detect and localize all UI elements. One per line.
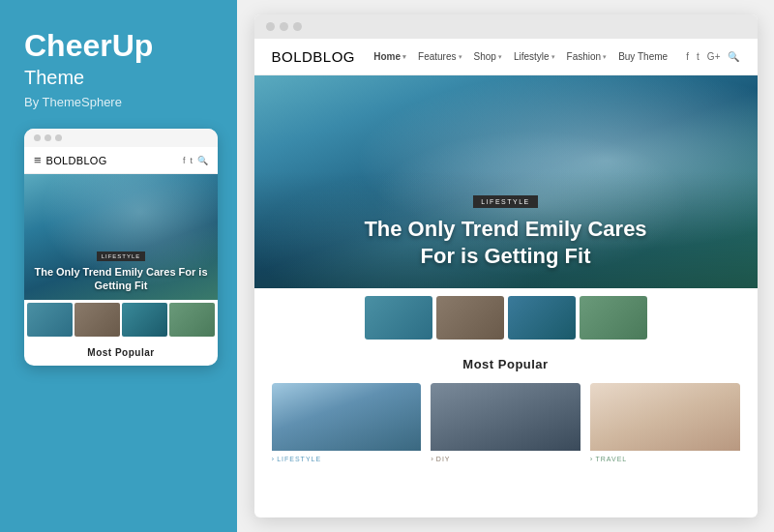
desktop-card-3: › TRAVEL [590, 383, 740, 465]
desktop-card-2: › DIY [431, 383, 580, 465]
mobile-mockup: ≡ BOLDBLOG f t 🔍 LIFESTYLE The Only Tren… [24, 129, 218, 366]
mobile-nav-left: ≡ BOLDBLOG [34, 153, 107, 167]
mobile-most-popular: Most Popular [24, 340, 218, 366]
card-image-1 [272, 383, 422, 451]
card-tag-label-1: LIFESTYLE [277, 456, 321, 462]
desktop-thumb-1 [365, 296, 432, 340]
nav-fashion[interactable]: Fashion ▾ [567, 51, 608, 62]
mobile-hero: LIFESTYLE The Only Trend Emily Cares For… [24, 174, 218, 300]
app-subtitle: Theme [24, 67, 213, 89]
desktop-thumb-2 [436, 296, 504, 340]
mobile-thumb-4 [169, 303, 215, 337]
desktop-thumb-4 [580, 296, 647, 340]
desktop-top-bar [254, 15, 758, 39]
desktop-twitter-icon: t [697, 51, 700, 62]
app-by: By ThemeSphere [24, 95, 213, 109]
desktop-hero: LIFESTYLE The Only Trend Emily Cares For… [254, 75, 758, 288]
desktop-cards: › LIFESTYLE › DIY › TRAVEL [254, 377, 758, 471]
mobile-nav-right: f t 🔍 [183, 156, 208, 165]
mobile-top-bar [24, 129, 218, 147]
desktop-dot-1 [266, 22, 275, 31]
nav-shop[interactable]: Shop ▾ [474, 51, 502, 62]
card-tag-label-3: TRAVEL [596, 456, 628, 462]
mobile-logo: BOLDBLOG [46, 155, 107, 166]
desktop-lifestyle-badge: LIFESTYLE [473, 195, 537, 208]
nav-buy-theme[interactable]: Buy Theme [618, 51, 668, 62]
desktop-mockup: BOLDBLOG Home ▾ Features ▾ Shop ▾ Lifest… [254, 15, 758, 517]
desktop-facebook-icon: f [686, 51, 689, 62]
nav-features[interactable]: Features ▾ [418, 51, 461, 62]
mobile-most-popular-label: Most Popular [34, 347, 208, 358]
tag-arrow-1: › [272, 455, 276, 463]
window-dot-2 [45, 134, 51, 141]
desktop-nav-icons: f t G+ 🔍 [686, 51, 739, 62]
fashion-chevron: ▾ [603, 53, 607, 61]
desktop-most-popular-label: Most Popular [272, 357, 740, 371]
window-dot-1 [34, 134, 41, 141]
desktop-gplus-icon: G+ [707, 51, 721, 62]
app-title: CheerUp [24, 29, 213, 63]
search-icon: 🔍 [197, 156, 208, 165]
mobile-logo-bold: BOLD [46, 155, 76, 166]
desktop-logo-thin: BLOG [313, 48, 355, 65]
hamburger-icon: ≡ [34, 153, 42, 167]
mobile-thumb-1 [27, 303, 73, 337]
mobile-lifestyle-badge: LIFESTYLE [97, 251, 146, 261]
mobile-thumb-3 [122, 303, 167, 337]
window-dot-3 [55, 134, 62, 141]
desktop-dot-2 [280, 22, 288, 31]
lifestyle-chevron: ▾ [551, 53, 555, 61]
card-image-3 [590, 383, 740, 451]
left-panel: CheerUp Theme By ThemeSphere ≡ BOLDBLOG … [0, 0, 237, 532]
features-chevron: ▾ [459, 53, 462, 61]
mobile-hero-title: The Only Trend Emily Cares For is Gettin… [32, 265, 210, 293]
desktop-nav: BOLDBLOG Home ▾ Features ▾ Shop ▾ Lifest… [254, 39, 758, 75]
card-tag-1: › LIFESTYLE [272, 451, 422, 465]
hero-title-line2: For is Getting Fit [421, 244, 591, 268]
card-tag-label-2: DIY [436, 456, 451, 462]
tag-arrow-2: › [431, 455, 434, 463]
desktop-thumb-3 [508, 296, 576, 340]
nav-lifestyle[interactable]: Lifestyle ▾ [514, 51, 555, 62]
mobile-hero-overlay: LIFESTYLE The Only Trend Emily Cares For… [24, 237, 218, 301]
desktop-hero-content: LIFESTYLE The Only Trend Emily Cares For… [254, 171, 758, 288]
desktop-nav-links: Home ▾ Features ▾ Shop ▾ Lifestyle ▾ Fas… [373, 51, 668, 62]
mobile-nav: ≡ BOLDBLOG f t 🔍 [24, 147, 218, 174]
desktop-card-1: › LIFESTYLE [272, 383, 422, 465]
home-chevron: ▾ [402, 53, 406, 61]
desktop-most-popular: Most Popular [254, 347, 758, 377]
shop-chevron: ▾ [498, 53, 502, 61]
card-image-2 [431, 383, 580, 451]
hero-title-line1: The Only Trend Emily Cares [364, 217, 646, 241]
tag-arrow-3: › [590, 455, 594, 463]
desktop-search-icon[interactable]: 🔍 [728, 51, 739, 62]
mobile-thumbnails [24, 300, 218, 340]
mobile-thumb-2 [74, 303, 120, 337]
nav-home[interactable]: Home ▾ [373, 51, 406, 62]
facebook-icon: f [183, 156, 186, 165]
desktop-thumbnails [254, 288, 758, 347]
twitter-icon: t [190, 156, 193, 165]
card-tag-3: › TRAVEL [590, 451, 740, 465]
desktop-logo-bold: BOLD [272, 48, 313, 65]
desktop-logo: BOLDBLOG [272, 48, 356, 65]
desktop-dot-3 [293, 22, 302, 31]
mobile-logo-thin: BLOG [76, 155, 107, 166]
card-tag-2: › DIY [431, 451, 580, 465]
desktop-hero-title: The Only Trend Emily Cares For is Gettin… [351, 216, 661, 269]
right-panel: BOLDBLOG Home ▾ Features ▾ Shop ▾ Lifest… [237, 0, 774, 532]
